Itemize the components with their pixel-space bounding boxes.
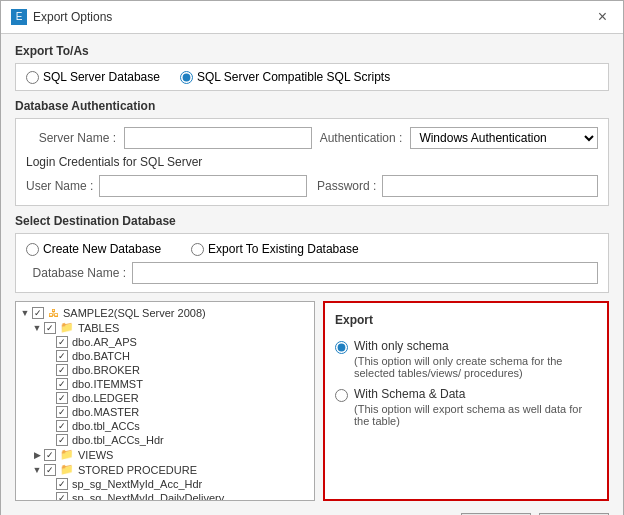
folder-icon: 📁 bbox=[60, 463, 74, 476]
with-schema-only-desc: (This option will only create schema for… bbox=[354, 355, 597, 379]
expand-icon bbox=[44, 365, 54, 375]
credentials-row: User Name : Password : bbox=[26, 175, 598, 197]
tree-checkbox[interactable] bbox=[56, 364, 68, 376]
tree-item[interactable]: dbo.ITEMMST bbox=[20, 377, 310, 391]
auth-select[interactable]: Windows Authentication bbox=[410, 127, 598, 149]
with-schema-only-radio[interactable] bbox=[335, 341, 348, 354]
tree-item[interactable]: dbo.tbl_ACCs_Hdr bbox=[20, 433, 310, 447]
server-name-row: Server Name : Authentication : Windows A… bbox=[26, 127, 598, 149]
create-new-db-label: Create New Database bbox=[43, 242, 161, 256]
export-existing-radio[interactable] bbox=[191, 243, 204, 256]
with-schema-only-option[interactable]: With only schema (This option will only … bbox=[335, 339, 597, 379]
dialog-icon: E bbox=[11, 9, 27, 25]
tree-item[interactable]: ▼ 📁 STORED PROCEDURE bbox=[20, 462, 310, 477]
tree-node-text: TABLES bbox=[78, 322, 119, 334]
dest-db-title: Select Destination Database bbox=[15, 214, 609, 228]
export-panel: Export With only schema (This option wil… bbox=[323, 301, 609, 501]
with-schema-data-content: With Schema & Data (This option will exp… bbox=[354, 387, 597, 427]
expand-icon bbox=[44, 337, 54, 347]
password-input[interactable] bbox=[382, 175, 598, 197]
tree-item[interactable]: ▶ 📁 VIEWS bbox=[20, 447, 310, 462]
expand-icon: ▼ bbox=[20, 308, 30, 318]
tree-node-text: dbo.BATCH bbox=[72, 350, 130, 362]
tree-item[interactable]: ▼ 🖧 SAMPLE2(SQL Server 2008) bbox=[20, 306, 310, 320]
expand-icon bbox=[44, 421, 54, 431]
tree-checkbox[interactable] bbox=[32, 307, 44, 319]
tree-checkbox[interactable] bbox=[44, 449, 56, 461]
tree-item[interactable]: dbo.BROKER bbox=[20, 363, 310, 377]
create-new-db-option[interactable]: Create New Database bbox=[26, 242, 161, 256]
export-to-as-section: SQL Server Database SQL Server Compatibl… bbox=[15, 63, 609, 91]
tree-node-text: SAMPLE2(SQL Server 2008) bbox=[63, 307, 206, 319]
tree-item[interactable]: dbo.LEDGER bbox=[20, 391, 310, 405]
tree-item[interactable]: dbo.MASTER bbox=[20, 405, 310, 419]
tree-checkbox[interactable] bbox=[44, 464, 56, 476]
dialog-title: Export Options bbox=[33, 10, 112, 24]
tree-node-text: STORED PROCEDURE bbox=[78, 464, 197, 476]
expand-icon bbox=[44, 393, 54, 403]
tree-panel[interactable]: ▼ 🖧 SAMPLE2(SQL Server 2008) ▼ 📁 TABLES bbox=[16, 302, 314, 500]
sql-scripts-option[interactable]: SQL Server Compatible SQL Scripts bbox=[180, 70, 390, 84]
db-name-label: Database Name : bbox=[26, 266, 126, 280]
tree-checkbox[interactable] bbox=[56, 492, 68, 500]
expand-icon bbox=[44, 407, 54, 417]
close-button[interactable]: × bbox=[592, 7, 613, 27]
tree-item[interactable]: sp_sg_NextMyId_Acc_Hdr bbox=[20, 477, 310, 491]
tree-node-text: dbo.AR_APS bbox=[72, 336, 137, 348]
tree-checkbox[interactable] bbox=[56, 378, 68, 390]
password-item: Password : bbox=[317, 175, 598, 197]
tree-checkbox[interactable] bbox=[56, 336, 68, 348]
tree-item[interactable]: sp_sg_NextMyId_DailyDelivery bbox=[20, 491, 310, 500]
sql-scripts-radio[interactable] bbox=[180, 71, 193, 84]
tree-checkbox[interactable] bbox=[56, 420, 68, 432]
expand-icon bbox=[44, 435, 54, 445]
db-name-row: Database Name : bbox=[26, 262, 598, 284]
expand-icon bbox=[44, 493, 54, 500]
username-item: User Name : bbox=[26, 175, 307, 197]
dialog-content: Export To/As SQL Server Database SQL Ser… bbox=[1, 34, 623, 515]
export-existing-option[interactable]: Export To Existing Database bbox=[191, 242, 359, 256]
tree-item[interactable]: dbo.AR_APS bbox=[20, 335, 310, 349]
tree-checkbox[interactable] bbox=[56, 406, 68, 418]
tree-item[interactable]: dbo.BATCH bbox=[20, 349, 310, 363]
with-schema-data-radio[interactable] bbox=[335, 389, 348, 402]
title-bar-left: E Export Options bbox=[11, 9, 112, 25]
with-schema-data-option[interactable]: With Schema & Data (This option will exp… bbox=[335, 387, 597, 427]
password-label: Password : bbox=[317, 179, 376, 193]
tree-node-text: sp_sg_NextMyId_DailyDelivery bbox=[72, 492, 224, 500]
tree-checkbox[interactable] bbox=[56, 392, 68, 404]
tree-node-text: dbo.ITEMMST bbox=[72, 378, 143, 390]
export-to-as-label: Export To/As bbox=[15, 44, 609, 58]
sql-server-db-option[interactable]: SQL Server Database bbox=[26, 70, 160, 84]
tree-checkbox[interactable] bbox=[56, 434, 68, 446]
tree-checkbox[interactable] bbox=[56, 350, 68, 362]
export-panel-title: Export bbox=[335, 313, 597, 327]
username-label: User Name : bbox=[26, 179, 93, 193]
dest-section: Create New Database Export To Existing D… bbox=[15, 233, 609, 293]
tree-checkbox[interactable] bbox=[56, 478, 68, 490]
tree-panel-wrapper: ▼ 🖧 SAMPLE2(SQL Server 2008) ▼ 📁 TABLES bbox=[15, 301, 315, 501]
tree-node-text: dbo.MASTER bbox=[72, 406, 139, 418]
sql-server-db-radio[interactable] bbox=[26, 71, 39, 84]
expand-icon: ▼ bbox=[32, 465, 42, 475]
tree-item[interactable]: dbo.tbl_ACCs bbox=[20, 419, 310, 433]
server-name-label: Server Name : bbox=[26, 131, 116, 145]
expand-icon bbox=[44, 351, 54, 361]
with-schema-only-label: With only schema bbox=[354, 339, 597, 353]
tree-node-text: dbo.BROKER bbox=[72, 364, 140, 376]
username-input[interactable] bbox=[99, 175, 307, 197]
export-existing-label: Export To Existing Database bbox=[208, 242, 359, 256]
db-name-input[interactable] bbox=[132, 262, 598, 284]
with-schema-data-label: With Schema & Data bbox=[354, 387, 597, 401]
with-schema-data-desc: (This option will export schema as well … bbox=[354, 403, 597, 427]
create-new-db-radio[interactable] bbox=[26, 243, 39, 256]
tree-item[interactable]: ▼ 📁 TABLES bbox=[20, 320, 310, 335]
tree-node-text: VIEWS bbox=[78, 449, 113, 461]
server-name-input[interactable] bbox=[124, 127, 312, 149]
expand-icon: ▼ bbox=[32, 323, 42, 333]
export-type-row: SQL Server Database SQL Server Compatibl… bbox=[26, 70, 598, 84]
db-auth-section: Server Name : Authentication : Windows A… bbox=[15, 118, 609, 206]
sql-server-db-label: SQL Server Database bbox=[43, 70, 160, 84]
tree-node-text: dbo.tbl_ACCs_Hdr bbox=[72, 434, 164, 446]
tree-checkbox[interactable] bbox=[44, 322, 56, 334]
